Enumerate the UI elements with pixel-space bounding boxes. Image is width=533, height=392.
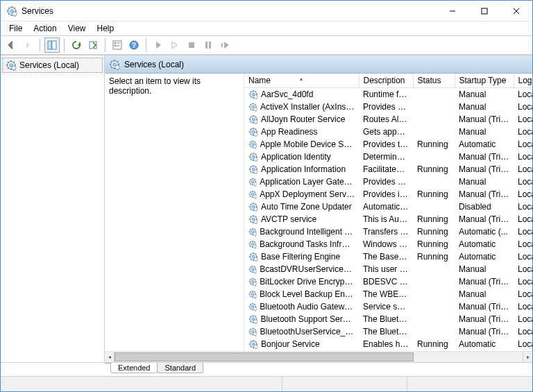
table-row[interactable]: Base Filtering EngineThe Base Fil...Runn… <box>244 250 532 263</box>
service-logon: Loca <box>514 151 532 163</box>
service-startup: Manual (Trig... <box>455 300 514 313</box>
service-logon: Loca <box>514 338 532 350</box>
service-logon: Loca <box>514 238 532 250</box>
table-row[interactable]: Background Tasks Infrastruc...Windows in… <box>244 238 532 250</box>
toolbar-separator <box>40 38 40 52</box>
close-button[interactable] <box>500 1 532 21</box>
table-row[interactable]: App ReadinessGets apps re...ManualLoca <box>244 126 532 138</box>
tab-extended[interactable]: Extended <box>110 363 158 373</box>
app-icon <box>6 6 17 17</box>
menu-file[interactable]: File <box>3 22 28 35</box>
menu-action[interactable]: Action <box>28 22 62 35</box>
properties-button[interactable] <box>110 37 125 53</box>
table-row[interactable]: AVCTP serviceThis is Audi...RunningManua… <box>244 213 532 225</box>
service-status <box>413 113 455 126</box>
menu-help[interactable]: Help <box>92 22 120 35</box>
table-row[interactable]: Application Layer Gateway ...Provides su… <box>244 176 532 188</box>
back-button[interactable] <box>3 37 19 53</box>
scroll-thumb[interactable] <box>115 352 414 361</box>
tree-item-services-local[interactable]: Services (Local) <box>2 58 103 73</box>
service-icon <box>248 189 257 199</box>
svg-rect-20 <box>115 42 116 44</box>
show-hide-tree-button[interactable] <box>44 37 60 53</box>
table-row[interactable]: BitLocker Drive Encryption ...BDESVC hos… <box>244 275 532 288</box>
view-tabs: Extended Standard <box>1 362 532 376</box>
column-description[interactable]: Description <box>359 74 413 88</box>
column-startup-type[interactable]: Startup Type <box>455 74 514 88</box>
table-row[interactable]: Apple Mobile Device ServiceProvides th..… <box>244 138 532 151</box>
resume-service-button[interactable] <box>167 37 183 53</box>
service-status <box>413 300 455 313</box>
table-row[interactable]: Bluetooth Audio Gateway S...Service sup.… <box>244 300 532 313</box>
service-startup: Automatic <box>455 250 514 263</box>
forward-button[interactable] <box>20 37 35 53</box>
table-row[interactable]: Application InformationFacilitates t...R… <box>244 163 532 176</box>
service-description: Gets apps re... <box>359 126 413 138</box>
service-description: Windows in... <box>359 238 413 250</box>
service-name: BcastDVRUserService_4d0fd <box>260 264 355 274</box>
service-description: Provides Us... <box>359 101 413 113</box>
service-status <box>413 275 455 288</box>
service-description: The Bluetoo... <box>359 325 413 338</box>
service-icon <box>248 177 257 187</box>
service-description: Provides inf... <box>359 188 413 201</box>
service-description: BDESVC hos... <box>359 275 413 288</box>
status-cell <box>407 377 532 391</box>
table-row[interactable]: BcastDVRUserService_4d0fdThis user ser..… <box>244 263 532 275</box>
refresh-button[interactable] <box>69 37 84 53</box>
service-logon: Loca <box>514 263 532 275</box>
table-row[interactable]: ActiveX Installer (AxInstSV)Provides Us.… <box>244 101 532 113</box>
service-description: Facilitates t... <box>359 163 413 176</box>
menu-view[interactable]: View <box>62 22 92 35</box>
column-status[interactable]: Status <box>413 74 455 88</box>
table-row[interactable]: Auto Time Zone UpdaterAutomatica...Disab… <box>244 201 532 213</box>
table-row[interactable]: Bonjour ServiceEnables har...RunningAuto… <box>244 338 532 350</box>
console-tree[interactable]: Services (Local) <box>1 56 105 362</box>
scroll-left-icon[interactable]: ◂ <box>105 352 115 362</box>
column-name[interactable]: ▴Name <box>244 74 359 88</box>
service-logon: Loca <box>514 138 532 151</box>
service-description: Transfers fil... <box>359 225 413 238</box>
service-logon: Loca <box>514 300 532 313</box>
svg-rect-19 <box>113 41 121 49</box>
table-row[interactable]: AppX Deployment Service (...Provides inf… <box>244 188 532 201</box>
sort-asc-icon: ▴ <box>300 76 303 82</box>
main-area: Services (Local) Services (Local) Select… <box>1 55 532 362</box>
svg-rect-13 <box>482 8 487 14</box>
table-row[interactable]: Background Intelligent Tran...Transfers … <box>244 225 532 238</box>
service-logon: Loca <box>514 88 532 101</box>
maximize-button[interactable] <box>468 1 500 21</box>
tab-standard[interactable]: Standard <box>157 363 203 373</box>
service-name: Apple Mobile Device Service <box>260 139 355 149</box>
window-title: Services <box>22 6 437 16</box>
service-icon <box>248 90 258 99</box>
service-name: Block Level Backup Engine ... <box>260 289 355 299</box>
description-pane: Select an item to view its description. <box>105 74 244 351</box>
table-row[interactable]: Application IdentityDetermines ...Manual… <box>244 151 532 163</box>
column-label: Status <box>418 76 441 85</box>
table-row[interactable]: AllJoyn Router ServiceRoutes AllJo...Man… <box>244 113 532 126</box>
pause-service-button[interactable] <box>201 37 216 53</box>
help-button[interactable]: ? <box>126 37 142 53</box>
stop-service-button[interactable] <box>184 37 199 53</box>
horizontal-scrollbar[interactable]: ◂ ▸ <box>105 351 532 362</box>
table-row[interactable]: AarSvc_4d0fdRuntime for...ManualLoca <box>244 88 532 101</box>
service-logon: Loca <box>514 250 532 263</box>
services-icon <box>6 60 17 71</box>
service-status <box>413 126 455 138</box>
start-service-button[interactable] <box>151 37 166 53</box>
scroll-right-icon[interactable]: ▸ <box>523 352 532 362</box>
table-row[interactable]: Block Level Backup Engine ...The WBENG..… <box>244 288 532 300</box>
minimize-button[interactable] <box>437 1 468 21</box>
service-startup: Manual (Trig... <box>455 213 514 225</box>
table-row[interactable]: Bluetooth Support ServiceThe Bluetoo...M… <box>244 313 532 325</box>
service-icon <box>248 252 258 262</box>
column-logon[interactable]: Log On As <box>514 74 532 88</box>
status-cell <box>1 377 282 391</box>
service-list[interactable]: ▴Name Description Status Startup Type Lo… <box>244 74 532 351</box>
service-status <box>413 176 455 188</box>
restart-service-button[interactable] <box>217 37 232 53</box>
export-list-button[interactable] <box>85 37 101 53</box>
service-name: Background Intelligent Tran... <box>260 227 355 237</box>
table-row[interactable]: BluetoothUserService_4d0fdThe Bluetoo...… <box>244 325 532 338</box>
